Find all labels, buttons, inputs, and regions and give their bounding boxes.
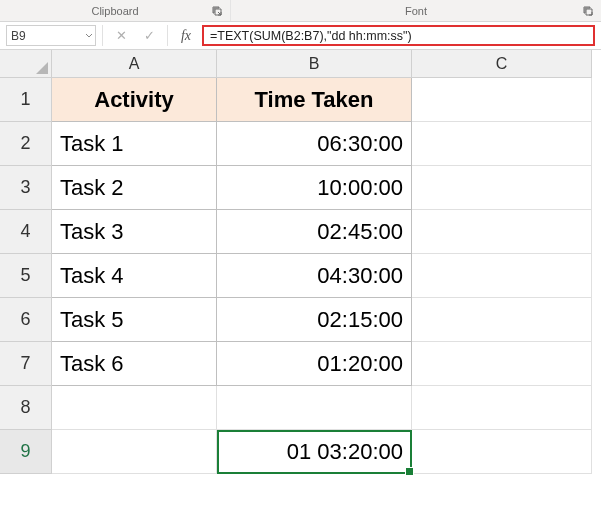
cell-C8[interactable] <box>412 386 592 430</box>
cell-B1[interactable]: Time Taken <box>217 78 412 122</box>
font-dialog-launcher-icon[interactable] <box>581 4 595 18</box>
column-headers: A B C <box>0 50 601 78</box>
name-box[interactable]: B9 <box>6 25 96 46</box>
ribbon-group-clipboard: Clipboard <box>0 5 230 17</box>
row-headers: 1 2 3 4 5 6 7 8 9 <box>0 78 52 474</box>
cell-C3[interactable] <box>412 166 592 210</box>
select-all-button[interactable] <box>0 50 52 78</box>
cell-C9[interactable] <box>412 430 592 474</box>
cell-A7[interactable]: Task 6 <box>52 342 217 386</box>
chevron-down-icon[interactable] <box>85 29 93 43</box>
formula-bar-input[interactable]: =TEXT(SUM(B2:B7),"dd hh:mm:ss") <box>202 25 595 46</box>
cell-C4[interactable] <box>412 210 592 254</box>
formula-enter-button[interactable]: ✓ <box>137 25 161 46</box>
row-header-5[interactable]: 5 <box>0 254 52 298</box>
formula-bar-row: B9 ✕ ✓ fx =TEXT(SUM(B2:B7),"dd hh:mm:ss"… <box>0 22 601 50</box>
cell-A9[interactable] <box>52 430 217 474</box>
cell-A8[interactable] <box>52 386 217 430</box>
row-header-3[interactable]: 3 <box>0 166 52 210</box>
cell-C2[interactable] <box>412 122 592 166</box>
column-header-C[interactable]: C <box>412 50 592 78</box>
ribbon-group-font: Font <box>231 5 601 17</box>
row-header-7[interactable]: 7 <box>0 342 52 386</box>
cells-container: Activity Time Taken Task 1 06:30:00 Task… <box>52 78 592 474</box>
cell-B2[interactable]: 06:30:00 <box>217 122 412 166</box>
cell-C6[interactable] <box>412 298 592 342</box>
cell-C7[interactable] <box>412 342 592 386</box>
cell-B7[interactable]: 01:20:00 <box>217 342 412 386</box>
x-icon: ✕ <box>116 28 127 43</box>
check-icon: ✓ <box>144 28 155 43</box>
cell-A6[interactable]: Task 5 <box>52 298 217 342</box>
worksheet-grid[interactable]: A B C 1 2 3 4 5 6 7 8 9 Activity Time Ta… <box>0 50 601 474</box>
cell-A1[interactable]: Activity <box>52 78 217 122</box>
row-header-8[interactable]: 8 <box>0 386 52 430</box>
cell-A4[interactable]: Task 3 <box>52 210 217 254</box>
fx-icon: fx <box>181 28 191 44</box>
column-header-B[interactable]: B <box>217 50 412 78</box>
row-header-2[interactable]: 2 <box>0 122 52 166</box>
row-header-9[interactable]: 9 <box>0 430 52 474</box>
row-header-6[interactable]: 6 <box>0 298 52 342</box>
formula-bar-text: =TEXT(SUM(B2:B7),"dd hh:mm:ss") <box>210 29 412 43</box>
cell-C1[interactable] <box>412 78 592 122</box>
cell-B9[interactable]: 01 03:20:00 <box>217 430 412 474</box>
row-header-1[interactable]: 1 <box>0 78 52 122</box>
name-box-value: B9 <box>11 29 26 43</box>
insert-function-button[interactable]: fx <box>174 25 198 46</box>
cell-A3[interactable]: Task 2 <box>52 166 217 210</box>
cell-C5[interactable] <box>412 254 592 298</box>
row-header-4[interactable]: 4 <box>0 210 52 254</box>
cell-B3[interactable]: 10:00:00 <box>217 166 412 210</box>
column-header-A[interactable]: A <box>52 50 217 78</box>
cell-B4[interactable]: 02:45:00 <box>217 210 412 254</box>
ribbon-groups-row: Clipboard Font <box>0 0 601 22</box>
cell-B6[interactable]: 02:15:00 <box>217 298 412 342</box>
cell-A5[interactable]: Task 4 <box>52 254 217 298</box>
cell-B5[interactable]: 04:30:00 <box>217 254 412 298</box>
formula-cancel-button[interactable]: ✕ <box>109 25 133 46</box>
cell-A2[interactable]: Task 1 <box>52 122 217 166</box>
cell-B8[interactable] <box>217 386 412 430</box>
clipboard-dialog-launcher-icon[interactable] <box>210 4 224 18</box>
